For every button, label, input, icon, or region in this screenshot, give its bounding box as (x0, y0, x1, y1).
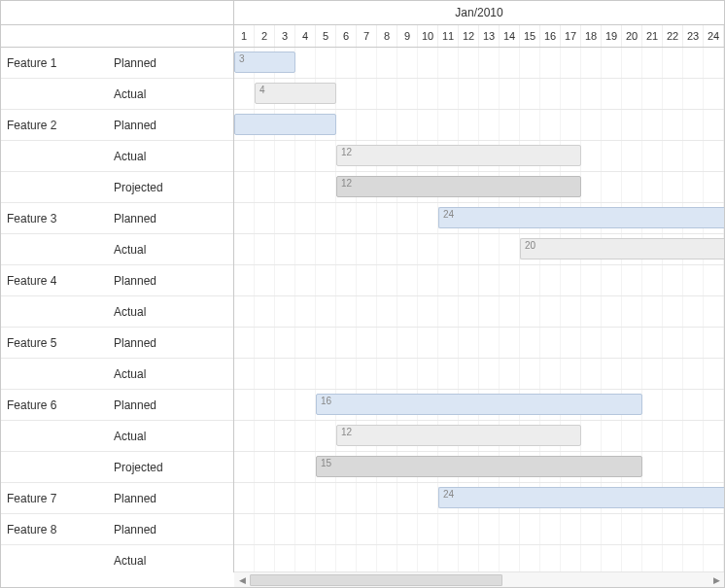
table-row: Projected (1, 452, 233, 483)
type-label: Planned (112, 336, 228, 350)
type-label: Planned (112, 523, 228, 536)
table-row: Feature 1Planned (1, 48, 233, 79)
chart-row (234, 296, 724, 328)
table-row: Feature 5Planned (1, 328, 233, 359)
feature-label: Feature 8 (5, 523, 112, 536)
bar-label: 12 (341, 147, 352, 157)
gantt-chart: Jan/2010 1234567891011121314151617181920… (0, 0, 725, 588)
day-header-22: 22 (663, 25, 683, 47)
chart-row: 15 (234, 452, 724, 483)
day-header-5: 5 (316, 25, 336, 47)
day-header-1: 1 (234, 25, 255, 47)
day-header-7: 7 (357, 25, 377, 47)
type-label: Actual (112, 150, 228, 163)
bar-label: 24 (443, 209, 454, 220)
table-row: Feature 4Planned (1, 265, 233, 296)
chart-row: 12 (234, 421, 724, 452)
table-row: Actual (1, 545, 233, 572)
chart-rows: 341212242016121524 (234, 48, 724, 572)
scroll-right-icon[interactable]: ▶ (708, 572, 724, 588)
feature-label: Feature 3 (5, 212, 112, 225)
chart-row (234, 110, 724, 141)
day-header-21: 21 (642, 25, 663, 47)
scrollbar-thumb[interactable] (250, 574, 502, 586)
bar-label: 20 (525, 240, 535, 251)
feature-label: Feature 6 (5, 398, 112, 412)
scroll-left-icon[interactable]: ◀ (234, 572, 250, 588)
feature-label: Feature 4 (5, 274, 112, 288)
days-header: 123456789101112131415161718192021222324 (234, 25, 724, 47)
type-label: Actual (112, 554, 228, 568)
table-row: Actual (1, 359, 233, 390)
day-header-4: 4 (295, 25, 316, 47)
gantt-bar-planned[interactable]: 24 (438, 207, 724, 228)
table-row: Actual (1, 296, 233, 328)
header-row-month: Jan/2010 (1, 1, 724, 25)
day-header-3: 3 (275, 25, 295, 47)
type-label: Actual (112, 243, 228, 257)
chart-row (234, 514, 724, 545)
gantt-bar-planned[interactable]: 3 (234, 52, 295, 73)
day-header-20: 20 (622, 25, 642, 47)
gantt-bar-planned[interactable] (234, 114, 336, 135)
bar-label: 15 (321, 458, 331, 468)
chart-row: 24 (234, 483, 724, 514)
type-label: Actual (112, 367, 228, 381)
day-header-11: 11 (438, 25, 459, 47)
header-row-days: 123456789101112131415161718192021222324 (1, 25, 724, 48)
day-header-8: 8 (377, 25, 397, 47)
type-label: Planned (112, 274, 228, 288)
feature-label: Feature 2 (5, 119, 112, 132)
gantt-bar-actual[interactable]: 20 (520, 238, 724, 259)
type-label: Planned (112, 56, 228, 70)
day-header-12: 12 (459, 25, 479, 47)
table-row: Projected (1, 172, 233, 203)
chart-row: 12 (234, 172, 724, 203)
gantt-bar-projected[interactable]: 12 (336, 176, 581, 197)
type-label: Planned (112, 492, 228, 505)
day-header-24: 24 (704, 25, 724, 47)
gantt-bar-actual[interactable]: 12 (336, 425, 581, 446)
day-header-6: 6 (336, 25, 357, 47)
day-header-9: 9 (397, 25, 418, 47)
chart-row (234, 545, 724, 572)
table-row: Feature 8Planned (1, 514, 233, 545)
type-label: Planned (112, 119, 228, 132)
table-row: Actual (1, 141, 233, 172)
gantt-bar-actual[interactable]: 12 (336, 145, 581, 166)
bar-label: 12 (341, 427, 352, 437)
type-label: Planned (112, 212, 228, 225)
gantt-body: Feature 1PlannedActualFeature 2PlannedAc… (1, 48, 724, 572)
gantt-bar-planned[interactable]: 24 (438, 487, 724, 508)
day-header-14: 14 (500, 25, 520, 47)
scrollbar-track[interactable] (250, 574, 708, 586)
chart-row: 12 (234, 141, 724, 172)
type-label: Planned (112, 398, 228, 412)
bar-label: 4 (259, 85, 265, 95)
chart-row (234, 328, 724, 359)
day-header-17: 17 (561, 25, 581, 47)
day-header-2: 2 (255, 25, 275, 47)
gantt-bar-actual[interactable]: 4 (255, 83, 336, 104)
type-label: Projected (112, 181, 228, 194)
chart-row: 16 (234, 390, 724, 421)
bar-label: 3 (239, 53, 245, 64)
chart-row (234, 359, 724, 390)
gantt-bar-projected[interactable]: 15 (316, 456, 642, 477)
table-row: Actual (1, 421, 233, 452)
right-panel: 341212242016121524 (234, 48, 724, 572)
feature-label: Feature 1 (5, 56, 112, 70)
day-header-18: 18 (581, 25, 602, 47)
table-row: Feature 7Planned (1, 483, 233, 514)
table-row: Feature 2Planned (1, 110, 233, 141)
horizontal-scrollbar[interactable]: ◀ ▶ (234, 571, 724, 587)
table-row: Actual (1, 234, 233, 265)
table-row: Feature 6Planned (1, 390, 233, 421)
chart-row: 24 (234, 203, 724, 234)
bar-label: 12 (341, 178, 352, 189)
feature-label: Feature 7 (5, 492, 112, 505)
day-header-13: 13 (479, 25, 500, 47)
feature-label: Feature 5 (5, 336, 112, 350)
gantt-bar-planned[interactable]: 16 (316, 394, 642, 415)
header-left-blank2 (1, 25, 234, 47)
